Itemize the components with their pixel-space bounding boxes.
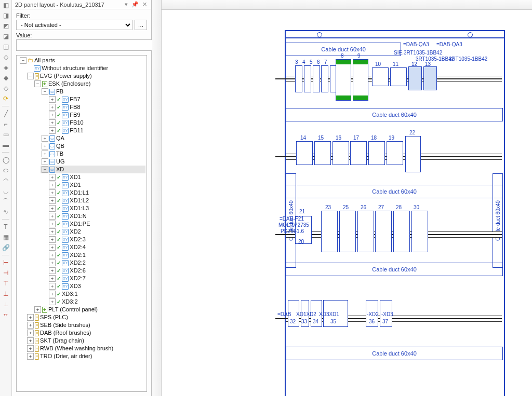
tool-arc-1[interactable]: ◠ [2,176,10,185]
device[interactable] [336,59,351,101]
tree-fb[interactable]: FB [56,88,63,95]
tree-item[interactable]: FB10 [70,119,83,127]
tool-circle[interactable]: ◯ [2,156,10,164]
tool-arc-3[interactable]: ⌒ [2,197,10,206]
parts-tree[interactable]: −🗀All parts XYWithout structure identifi… [16,55,147,392]
device[interactable] [375,211,392,252]
tree-item[interactable]: XD2:7 [70,275,86,282]
tree-item[interactable]: XD1 [70,181,81,189]
device[interactable] [411,211,428,252]
device[interactable] [353,59,368,101]
tool-rect[interactable]: ▭ [2,130,10,139]
tree-item[interactable]: XD1:PE [70,220,90,228]
device[interactable] [423,66,437,90]
tree-without[interactable]: Without structure identifier [42,64,108,72]
tree-root[interactable]: All parts [34,57,55,64]
panel-unpin-icon[interactable]: 📌 [130,1,140,7]
tool-ellipse[interactable]: ⬭ [2,166,10,174]
tool-dim-4[interactable]: ⊥ [2,290,10,298]
tool-cube-1[interactable]: ◧ [2,1,10,9]
tool-image-icon[interactable]: ▦ [2,233,10,241]
device[interactable] [408,66,422,90]
tree-item[interactable]: XD1:L1 [70,189,89,197]
tool-polyline[interactable]: ⌐ [2,120,10,128]
value-input[interactable] [16,39,152,51]
tool-spline[interactable]: ∿ [2,208,10,216]
tree-qb[interactable]: QB [56,142,64,150]
tree-item[interactable]: FB8 [70,103,80,111]
tool-cube-2[interactable]: ◨ [2,11,10,20]
tree-item[interactable]: XD3 [70,282,81,290]
tree-item[interactable]: XD3:1 [62,290,78,298]
tree-skt[interactable]: SKT (Drag chain) [40,337,84,345]
tree-item[interactable]: FB11 [70,127,83,134]
tool-dim-3[interactable]: ⊤ [2,279,10,288]
tool-rect-fill[interactable]: ▬ [2,141,10,149]
tool-dim-2[interactable]: ⊣ [2,269,10,277]
device[interactable] [393,211,410,252]
drawing-canvas[interactable]: Cable duct 60x40 Cable duct 60x40 =DAB-Q… [152,0,532,396]
device[interactable] [304,65,311,92]
tree-item[interactable]: XD2:2 [70,259,86,267]
device[interactable] [339,211,356,252]
tool-cube-5[interactable]: ◫ [2,43,10,51]
tree-item[interactable]: XD2 [70,228,81,236]
device[interactable] [321,65,328,92]
tree-item[interactable]: XD3:2 [62,298,78,306]
tool-dim-6[interactable]: ↔ [2,310,10,319]
tool-dim-1[interactable]: ⊢ [2,258,10,267]
tree-esk[interactable]: ESK (Enclosure) [48,80,90,88]
cable-duct[interactable]: Cable duct 60x40 [286,185,503,198]
device[interactable] [296,141,313,165]
device[interactable] [314,141,331,165]
tree-item[interactable]: XD1:N [70,212,86,220]
device[interactable] [387,141,403,165]
tool-text[interactable]: T [2,223,10,231]
tree-item[interactable]: XD2:1 [70,251,86,259]
tree-item[interactable]: XD2:6 [70,267,86,275]
tree-rwb[interactable]: RWB (Wheel washing brush) [40,345,113,352]
tool-link-icon[interactable]: 🔗 [2,243,10,252]
panel-close-icon[interactable]: ✕ [141,1,148,7]
tool-cube-4[interactable]: ◪ [2,32,10,40]
tool-diamond-4[interactable]: ◇ [2,84,10,92]
cable-duct[interactable]: Cable duct 60x40 [286,263,503,276]
device[interactable] [321,211,338,252]
tree-item[interactable]: XD1:L2 [70,197,89,204]
device[interactable] [368,141,385,165]
device[interactable] [405,136,421,172]
device[interactable] [390,67,407,86]
tree-item[interactable]: FB9 [70,111,80,119]
tree-qa[interactable]: QA [56,134,64,142]
tree-item[interactable]: XD1 [70,173,81,181]
tree-seb[interactable]: SEB (Side brushes) [40,321,90,329]
tree-item[interactable]: FB7 [70,95,80,103]
tool-diamond-3[interactable]: ◆ [2,74,10,82]
tree-item[interactable]: XD2:3 [70,236,86,243]
tree-evg[interactable]: EVG (Power supply) [40,72,92,80]
device[interactable] [350,141,367,165]
cable-duct[interactable]: Cable duct 60x40 [286,347,503,360]
tool-diamond-1[interactable]: ◇ [2,53,10,61]
tree-tro[interactable]: TRO (Drier, air drier) [40,352,92,360]
tree-sps[interactable]: SPS (PLC) [40,313,68,321]
device[interactable] [332,141,349,165]
tool-line[interactable]: ╱ [2,110,10,118]
filter-more-button[interactable]: … [135,20,147,30]
tree-tb[interactable]: TB [56,150,63,158]
device[interactable] [313,65,320,92]
tool-cube-3[interactable]: ◩ [2,22,10,30]
tool-dim-5[interactable]: ⟂ [2,300,10,308]
device[interactable] [372,67,389,86]
device[interactable] [357,211,374,252]
tree-item[interactable]: XD2:4 [70,243,86,251]
tool-arc-2[interactable]: ◡ [2,187,10,195]
tree-item[interactable]: XD1:L3 [70,204,89,212]
tool-rotate-icon[interactable]: ⟳ [2,94,10,103]
panel-pin-icon[interactable]: ▾ [124,1,129,7]
tree-dab[interactable]: DAB (Roof brushes) [40,329,91,337]
tree-plt[interactable]: PLT (Control panel) [48,306,98,313]
filter-select[interactable]: - Not activated - [16,20,132,30]
cable-duct[interactable]: Cable duct 60x40 [286,108,503,121]
tool-diamond-2[interactable]: ◈ [2,63,10,72]
